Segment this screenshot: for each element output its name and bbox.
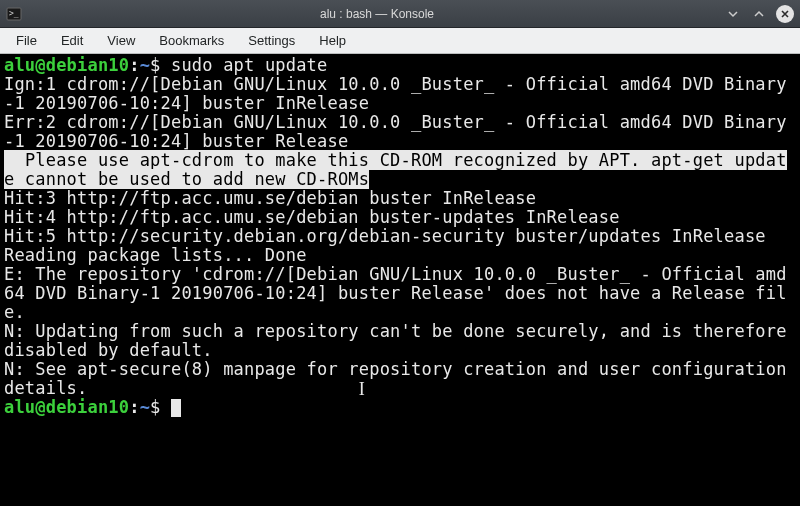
- prompt-symbol: $: [150, 55, 160, 75]
- prompt-user: alu@debian10: [4, 397, 129, 417]
- output-line: N: See apt-secure(8) manpage for reposit…: [4, 359, 797, 398]
- svg-text:>_: >_: [9, 9, 19, 18]
- prompt-symbol: $: [150, 397, 160, 417]
- menu-settings[interactable]: Settings: [238, 30, 305, 51]
- text-cursor-ibeam: I: [359, 380, 365, 398]
- output-line: Hit:3 http://ftp.acc.umu.se/debian buste…: [4, 188, 536, 208]
- window-titlebar: >_ alu : bash — Konsole: [0, 0, 800, 28]
- selected-text: Please use apt-cdrom to make this CD-ROM…: [4, 150, 787, 189]
- minimize-button[interactable]: [724, 5, 742, 23]
- terminal-output[interactable]: alu@debian10:~$ sudo apt update Ign:1 cd…: [0, 54, 800, 506]
- output-line: E: The repository 'cdrom://[Debian GNU/L…: [4, 264, 787, 322]
- block-cursor: [171, 399, 181, 417]
- prompt-path: ~: [140, 55, 150, 75]
- prompt-colon: :: [129, 55, 139, 75]
- menubar: File Edit View Bookmarks Settings Help: [0, 28, 800, 54]
- prompt-colon: :: [129, 397, 139, 417]
- menu-file[interactable]: File: [6, 30, 47, 51]
- output-line: Hit:4 http://ftp.acc.umu.se/debian buste…: [4, 207, 620, 227]
- menu-help[interactable]: Help: [309, 30, 356, 51]
- window-title: alu : bash — Konsole: [30, 7, 724, 21]
- output-line: Hit:5 http://security.debian.org/debian-…: [4, 226, 766, 246]
- maximize-button[interactable]: [750, 5, 768, 23]
- command-text: sudo apt update: [171, 55, 328, 75]
- output-line: Reading package lists... Done: [4, 245, 307, 265]
- menu-bookmarks[interactable]: Bookmarks: [149, 30, 234, 51]
- menu-view[interactable]: View: [97, 30, 145, 51]
- prompt-path: ~: [140, 397, 150, 417]
- prompt-user: alu@debian10: [4, 55, 129, 75]
- app-icon: >_: [6, 6, 22, 22]
- output-line: N: Updating from such a repository can't…: [4, 321, 797, 360]
- close-button[interactable]: [776, 5, 794, 23]
- output-line: Ign:1 cdrom://[Debian GNU/Linux 10.0.0 _…: [4, 74, 787, 113]
- menu-edit[interactable]: Edit: [51, 30, 93, 51]
- output-line: Err:2 cdrom://[Debian GNU/Linux 10.0.0 _…: [4, 112, 787, 151]
